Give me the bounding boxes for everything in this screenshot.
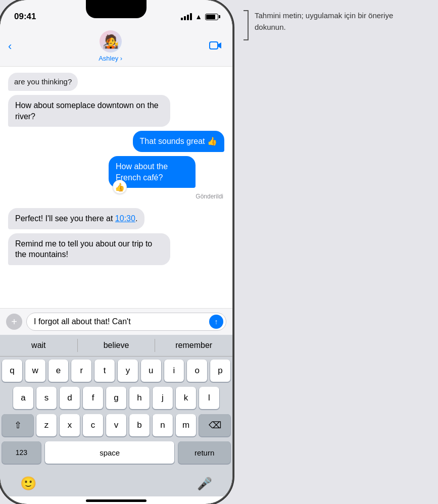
key-e[interactable]: e [48,360,69,382]
annotation-text: Tahmini metin; uygulamak için bir öneriy… [255,10,423,33]
send-button[interactable]: ↑ [209,315,223,329]
contact-name[interactable]: Ashley › [99,55,122,62]
key-u[interactable]: u [141,360,161,382]
keyboard-row-4: 123 space return [2,441,230,464]
phone-frame: 09:41 ▲ ‹ [0,0,232,504]
key-a[interactable]: a [13,387,33,409]
keyboard-row-3: ⇧ z x c v b n m ⌫ [2,414,230,436]
message-text-part2: . [135,214,137,223]
message-text: That sounds great 👍 [140,137,217,145]
key-t[interactable]: t [94,360,115,382]
battery-fill [206,15,215,19]
contact-center: 🧑‍🎤 Ashley › [99,30,122,62]
key-x[interactable]: x [60,414,80,436]
message-text: are you thinking? [14,77,72,86]
space-key[interactable]: space [45,441,174,464]
video-call-button[interactable] [209,40,222,53]
key-l[interactable]: l [199,387,219,409]
battery-icon [205,14,218,20]
notch [86,0,147,18]
predictive-suggestion-1[interactable]: wait [0,339,78,352]
back-chevron-icon: ‹ [8,40,12,53]
predictive-suggestion-2[interactable]: believe [78,339,156,352]
bottom-bar: 🙂 🎤 [0,472,232,496]
plus-icon: + [11,316,17,328]
svg-rect-0 [210,42,218,49]
key-c[interactable]: c [83,414,103,436]
key-m[interactable]: m [176,414,196,436]
key-f[interactable]: f [83,387,103,409]
time-link[interactable]: 10:30 [115,214,135,223]
key-h[interactable]: h [129,387,150,409]
add-button[interactable]: + [6,314,22,330]
key-i[interactable]: i [164,360,184,382]
avatar[interactable]: 🧑‍🎤 [100,30,122,53]
key-z[interactable]: z [36,414,57,436]
key-w[interactable]: w [25,360,45,382]
key-r[interactable]: r [71,360,91,382]
outgoing-with-reaction-group: How about the French café? 👍 Gönderildi [8,156,224,200]
message-bubble-incoming-partial: are you thinking? [8,73,78,91]
message-text: How about someplace downtown on the rive… [15,101,159,121]
delete-key[interactable]: ⌫ [199,414,230,436]
message-text: Remind me to tell you about our trip to … [15,239,152,259]
wifi-icon: ▲ [195,13,202,21]
message-text-part1: Perfect! I'll see you there at [15,214,115,223]
mic-button[interactable]: 🎤 [197,477,212,491]
key-n[interactable]: n [153,414,173,436]
key-g[interactable]: g [106,387,126,409]
key-j[interactable]: j [153,387,173,409]
message-text: How about the French café? [116,162,168,182]
message-input[interactable] [26,313,226,331]
message-bubble-incoming-3: Remind me to tell you about our trip to … [8,233,170,265]
sent-label: Gönderildi [196,193,223,200]
key-p[interactable]: p [210,360,230,382]
return-key[interactable]: return [178,441,230,464]
keyboard-row-1: q w e r t y u i o p [2,360,230,382]
num-key[interactable]: 123 [2,441,41,464]
predictive-bar: wait believe remember [0,335,232,357]
key-q[interactable]: q [2,360,22,382]
predictive-suggestion-3[interactable]: remember [155,339,232,352]
messages-area: are you thinking? How about someplace do… [0,67,232,308]
annotation-bracket: Tahmini metin; uygulamak için bir öneriy… [248,10,423,40]
key-d[interactable]: d [60,387,80,409]
phone-screen: 09:41 ▲ ‹ [0,0,232,504]
keyboard: q w e r t y u i o p a s d f g [0,357,232,472]
message-input-wrapper: ↑ [26,313,226,331]
keyboard-row-2: a s d f g h j k l [2,387,230,409]
key-b[interactable]: b [129,414,150,436]
nav-header: ‹ 🧑‍🎤 Ashley › [0,26,232,67]
key-y[interactable]: y [118,360,138,382]
signal-bars-icon [181,13,192,20]
status-time: 09:41 [14,12,36,22]
video-icon [209,41,222,50]
reaction-container: How about the French café? 👍 [109,156,224,188]
reaction-badge: 👍 [113,180,127,194]
message-bubble-incoming-1: How about someplace downtown on the rive… [8,95,170,127]
message-bubble-outgoing-1: That sounds great 👍 [133,131,224,152]
key-v[interactable]: v [106,414,126,436]
input-area: + ↑ [0,308,232,335]
shift-key[interactable]: ⇧ [2,414,33,436]
send-icon: ↑ [215,318,218,326]
home-indicator [86,499,147,502]
message-bubble-incoming-2: Perfect! I'll see you there at 10:30. [8,208,144,229]
emoji-button[interactable]: 🙂 [20,476,36,491]
key-s[interactable]: s [36,387,57,409]
bracket-icon [248,10,249,40]
back-button[interactable]: ‹ [8,40,12,53]
status-icons: ▲ [181,13,218,21]
annotation: Tahmini metin; uygulamak için bir öneriy… [232,0,438,51]
key-k[interactable]: k [176,387,196,409]
key-o[interactable]: o [187,360,207,382]
